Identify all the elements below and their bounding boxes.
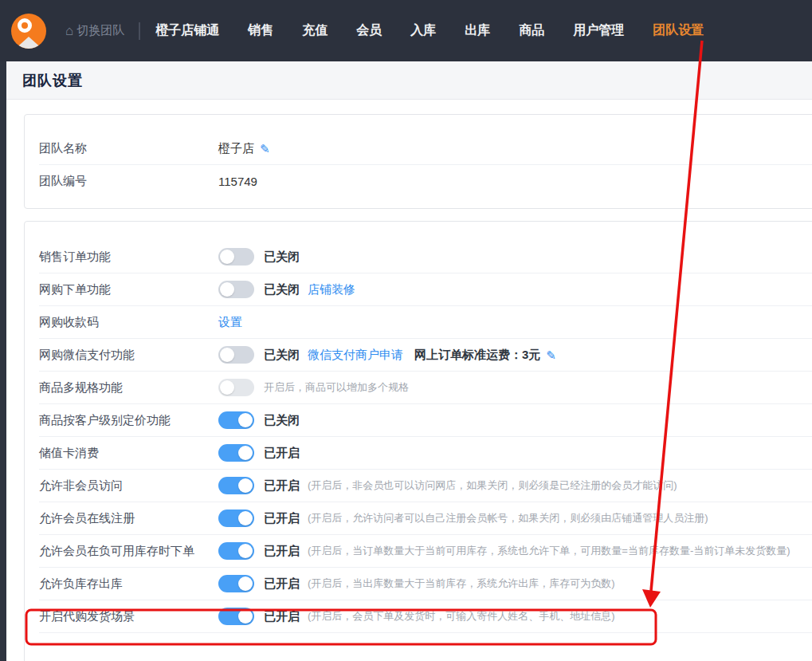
status-text: 已关闭	[264, 250, 300, 265]
extra-bold-text: 网上订单标准运费：3元	[414, 348, 540, 363]
page-title: 团队设置	[22, 71, 83, 90]
settings-label: 允许会员在线注册	[39, 511, 218, 526]
settings-label: 网购微信支付功能	[39, 348, 218, 363]
status-text: 已开启	[264, 544, 300, 559]
settings-row: 允许会员在线注册已开启(开启后，允许访问者可以自己注册会员帐号，如果关闭，则必须…	[39, 502, 812, 535]
status-text: 已关闭	[264, 348, 300, 363]
toggle-knob	[238, 576, 253, 591]
settings-label: 允许非会员访问	[39, 478, 218, 494]
hint-text: (开启后，非会员也可以访问网店，如果关闭，则必须是已经注册的会员才能访问)	[308, 478, 677, 493]
settings-row: 网购微信支付功能已关闭微信支付商户申请网上订单标准运费：3元✎	[39, 339, 812, 372]
status-text: 已关闭	[264, 282, 300, 297]
toggle-switch-off[interactable]	[218, 248, 254, 266]
toggle-switch-on[interactable]	[218, 477, 254, 494]
toggle-switch-on[interactable]	[218, 510, 254, 527]
settings-row: 储值卡消费已开启	[39, 437, 812, 470]
nav-item-4[interactable]: 入库	[410, 22, 436, 39]
team-info-value: 115749	[218, 175, 257, 188]
settings-label: 销售订单功能	[39, 250, 218, 265]
nav-item-6[interactable]: 商品	[519, 22, 544, 39]
toggle-knob	[238, 511, 253, 525]
edit-icon[interactable]: ✎	[260, 143, 270, 155]
logo-mountain	[13, 37, 45, 49]
settings-label: 网购下单功能	[39, 282, 218, 297]
nav-item-0[interactable]: 橙子店铺通	[155, 22, 219, 39]
settings-label: 允许会员在负可用库存时下单	[39, 544, 218, 559]
switch-team-label: 切换团队	[76, 23, 124, 38]
link[interactable]: 店铺装修	[308, 282, 355, 297]
toggle-switch-off[interactable]	[218, 281, 254, 298]
toggle-knob	[238, 609, 253, 624]
hint-text: (开启后，会员下单及发货时，可输入寄件人姓名、手机、地址信息)	[308, 609, 615, 624]
nav-item-1[interactable]: 销售	[248, 22, 273, 39]
content-area: 团队名称橙子店✎团队编号115749 销售订单功能已关闭网购下单功能已关闭店铺装…	[0, 114, 812, 661]
top-navbar: ⌂ 切换团队 橙子店铺通销售充值会员入库出库商品用户管理团队设置	[0, 0, 812, 61]
settings-label: 商品多规格功能	[39, 380, 218, 395]
nav-item-8[interactable]: 团队设置	[653, 22, 704, 39]
toggle-switch-on[interactable]	[218, 608, 254, 625]
settings-row: 开启代购发货场景已开启(开启后，会员下单及发货时，可输入寄件人姓名、手机、地址信…	[39, 600, 812, 633]
settings-row: 网购收款码设置	[39, 306, 812, 339]
toggle-knob	[220, 282, 234, 297]
toggle-switch-on[interactable]	[218, 542, 254, 560]
settings-row: 网购下单功能已关闭店铺装修	[39, 273, 812, 306]
settings-label: 允许负库存出库	[39, 576, 218, 592]
toggle-switch-on[interactable]	[218, 575, 254, 592]
settings-label: 开启代购发货场景	[39, 609, 218, 624]
toggle-switch-disabled	[218, 379, 254, 396]
hint-text: (开启后，当订单数量大于当前可用库存，系统也允许下单，可用数量=当前库存数量-当…	[308, 544, 790, 558]
hint-text: 开启后，商品可以增加多个规格	[264, 380, 409, 395]
toggle-knob	[220, 250, 234, 264]
nav-divider	[139, 22, 140, 40]
status-text: 已开启	[264, 609, 300, 624]
toggle-knob	[238, 478, 253, 493]
status-text: 已关闭	[264, 413, 300, 428]
settings-row: 商品按客户级别定价功能已关闭	[39, 404, 812, 437]
status-text: 已开启	[264, 446, 300, 461]
toggle-knob	[238, 544, 253, 558]
hint-text: (开启后，允许访问者可以自己注册会员帐号，如果关闭，则必须由店铺通管理人员注册)	[308, 511, 708, 525]
link[interactable]: 微信支付商户申请	[308, 348, 403, 363]
toggle-knob	[220, 348, 234, 362]
app-logo-icon[interactable]	[11, 14, 46, 49]
team-info-card: 团队名称橙子店✎团队编号115749	[24, 114, 812, 209]
settings-label: 储值卡消费	[39, 446, 218, 461]
nav-item-2[interactable]: 充值	[302, 22, 328, 39]
logo-ring	[18, 18, 32, 33]
settings-row: 商品多规格功能开启后，商品可以增加多个规格	[39, 372, 812, 404]
toggle-knob	[238, 446, 253, 460]
settings-row: 允许负库存出库已开启(开启后，当出库数量大于当前库存，系统允许出库，库存可为负数…	[39, 568, 812, 600]
settings-row: 销售订单功能已关闭	[39, 241, 812, 273]
toggle-knob	[238, 413, 253, 427]
edit-icon[interactable]: ✎	[546, 349, 556, 361]
toggle-switch-off[interactable]	[218, 346, 254, 364]
team-info-value: 橙子店	[218, 141, 254, 156]
team-info-label: 团队名称	[39, 141, 218, 156]
status-text: 已开启	[264, 576, 300, 592]
main-menu: 橙子店铺通销售充值会员入库出库商品用户管理团队设置	[155, 22, 704, 39]
settings-row: 允许非会员访问已开启(开启后，非会员也可以访问网店，如果关闭，则必须是已经注册的…	[39, 470, 812, 502]
team-info-label: 团队编号	[39, 174, 218, 189]
toggle-switch-on[interactable]	[218, 444, 254, 462]
settings-row: 允许会员在负可用库存时下单已开启(开启后，当订单数量大于当前可用库存，系统也允许…	[39, 535, 812, 568]
nav-item-3[interactable]: 会员	[356, 22, 382, 39]
hint-text: (开启后，当出库数量大于当前库存，系统允许出库，库存可为负数)	[308, 576, 615, 591]
nav-item-7[interactable]: 用户管理	[573, 22, 624, 39]
home-icon: ⌂	[65, 24, 73, 37]
link[interactable]: 设置	[218, 315, 242, 330]
status-text: 已开启	[264, 478, 300, 494]
status-text: 已开启	[264, 511, 300, 526]
switch-team-button[interactable]: ⌂ 切换团队	[65, 23, 124, 38]
team-info-row: 团队编号115749	[39, 165, 812, 198]
toggle-switch-on[interactable]	[218, 411, 254, 429]
settings-label: 网购收款码	[39, 315, 218, 330]
team-settings-card: 销售订单功能已关闭网购下单功能已关闭店铺装修网购收款码设置网购微信支付功能已关闭…	[24, 221, 812, 661]
team-info-row: 团队名称橙子店✎	[39, 132, 812, 165]
page-titlebar: 团队设置	[0, 61, 812, 100]
nav-item-5[interactable]: 出库	[465, 22, 490, 39]
left-edge-strip	[0, 61, 6, 661]
settings-label: 商品按客户级别定价功能	[39, 413, 218, 428]
toggle-knob	[220, 380, 234, 395]
